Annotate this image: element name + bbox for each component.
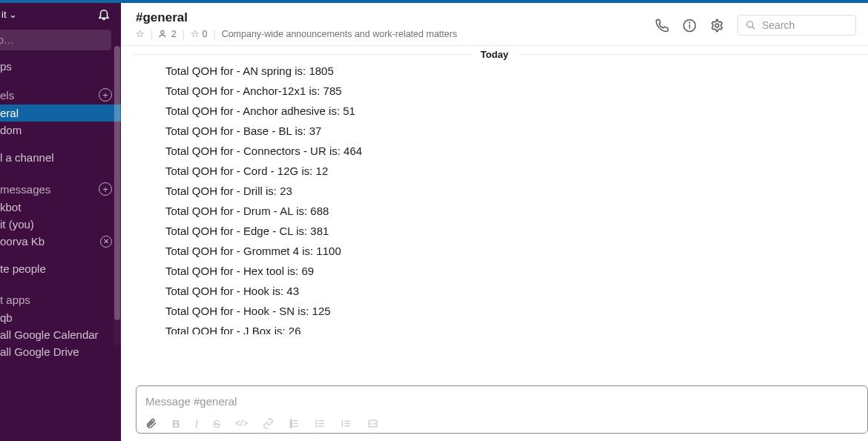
svg-line-6: [752, 27, 755, 30]
sidebar-invite-people[interactable]: te people: [0, 260, 121, 277]
attach-icon[interactable]: [145, 417, 157, 430]
workspace-menu[interactable]: it ⌄: [0, 9, 17, 20]
svg-point-4: [715, 24, 719, 27]
svg-text:3: 3: [290, 424, 292, 428]
composer-toolbar: B I S </> 123: [145, 415, 858, 430]
message-line: Total QOH for - Drum - AL is: 688: [165, 201, 853, 221]
message-line: Total QOH for - Hook - SN is: 125: [165, 301, 853, 321]
sidebar-channel-item[interactable]: dom: [0, 122, 121, 139]
svg-point-18: [316, 425, 317, 426]
search-icon: [746, 20, 756, 30]
sidebar-add-channel[interactable]: l a channel: [0, 149, 121, 166]
codeblock-icon[interactable]: [366, 418, 379, 429]
svg-point-0: [161, 30, 164, 33]
message-line: Total QOH for - J Box is: 26: [165, 321, 853, 334]
sidebar-section-channels[interactable]: els +: [0, 85, 121, 105]
message-line: Total QOH for - Anchor-12x1 is: 785: [165, 81, 853, 101]
blockquote-icon[interactable]: [341, 418, 352, 429]
link-icon[interactable]: [263, 418, 274, 429]
svg-point-5: [747, 21, 753, 27]
sidebar-app-item[interactable]: all Google Calendar: [0, 326, 121, 343]
gear-icon[interactable]: [710, 19, 724, 33]
italic-icon[interactable]: I: [195, 417, 198, 430]
notifications-icon[interactable]: [97, 7, 111, 21]
channel-title: #general: [136, 10, 655, 25]
ordered-list-icon[interactable]: 123: [289, 418, 300, 429]
star-icon[interactable]: ☆: [136, 28, 145, 39]
jump-to-input[interactable]: mp to…: [0, 30, 111, 50]
sidebar-item-threads[interactable]: ps: [0, 58, 121, 75]
chevron-down-icon: ⌄: [9, 9, 17, 20]
date-divider: Today: [121, 47, 868, 61]
message-line: Total QOH for - Anchor adhesive is: 51: [165, 101, 853, 121]
composer-input[interactable]: [145, 392, 858, 415]
sidebar-app-item[interactable]: qb: [0, 309, 121, 326]
bold-icon[interactable]: B: [172, 417, 180, 430]
sidebar-dm-item[interactable]: kbot: [0, 199, 121, 216]
add-channel-icon[interactable]: +: [99, 88, 112, 102]
channel-header: #general ☆ | 2 | ☆ 0 | Company-wide anno…: [121, 3, 868, 46]
sidebar-scroll-thumb[interactable]: [114, 46, 120, 320]
main-pane: #general ☆ | 2 | ☆ 0 | Company-wide anno…: [121, 3, 868, 441]
sidebar-section-apps[interactable]: t apps: [0, 291, 121, 309]
message-line: Total QOH for - Cord - 12G is: 12: [165, 161, 853, 181]
search-input[interactable]: [762, 19, 848, 31]
bullet-list-icon[interactable]: [315, 418, 326, 429]
svg-point-17: [316, 422, 317, 423]
sidebar-channel-item[interactable]: eral: [0, 105, 121, 122]
message-line: Total QOH for - AN spring is: 1805: [165, 61, 853, 81]
message-line: Total QOH for - Edge - CL is: 381: [165, 221, 853, 241]
message-list: Total QOH for - AN spring is: 1805Total …: [121, 61, 868, 385]
message-line: Total QOH for - Hook is: 43: [165, 281, 853, 301]
add-dm-icon[interactable]: +: [99, 182, 112, 196]
strike-icon[interactable]: S: [213, 417, 220, 430]
search-box[interactable]: [737, 15, 856, 36]
message-line: Total QOH for - Grommet 4 is: 1100: [165, 241, 853, 261]
message-line: Total QOH for - Connectors - UR is: 464: [165, 141, 853, 161]
svg-point-3: [689, 22, 690, 23]
sidebar-dm-item[interactable]: oorva Kb✕: [0, 233, 121, 250]
sidebar-app-item[interactable]: all Google Drive: [0, 343, 121, 360]
channel-topic[interactable]: Company-wide announcements and work-rela…: [222, 29, 458, 39]
message-line: Total QOH for - Base - BL is: 37: [165, 121, 853, 141]
code-icon[interactable]: </>: [235, 418, 248, 428]
message-line: Total QOH for - Drill is: 23: [165, 181, 853, 201]
svg-point-16: [316, 420, 317, 421]
pins-count[interactable]: ☆ 0: [191, 28, 207, 39]
info-icon[interactable]: [683, 19, 697, 33]
sidebar-dm-item[interactable]: it (you): [0, 216, 121, 233]
call-icon[interactable]: [655, 19, 669, 33]
message-line: Total QOH for - Hex tool is: 69: [165, 261, 853, 281]
sidebar-scrollbar[interactable]: [114, 46, 121, 345]
sidebar-section-dms[interactable]: messages +: [0, 179, 121, 199]
message-composer[interactable]: B I S </> 123: [136, 385, 868, 434]
sidebar: it ⌄ mp to… ps els + eraldom l a channel…: [0, 3, 121, 441]
close-icon[interactable]: ✕: [100, 236, 112, 248]
members-count[interactable]: 2: [159, 29, 176, 39]
